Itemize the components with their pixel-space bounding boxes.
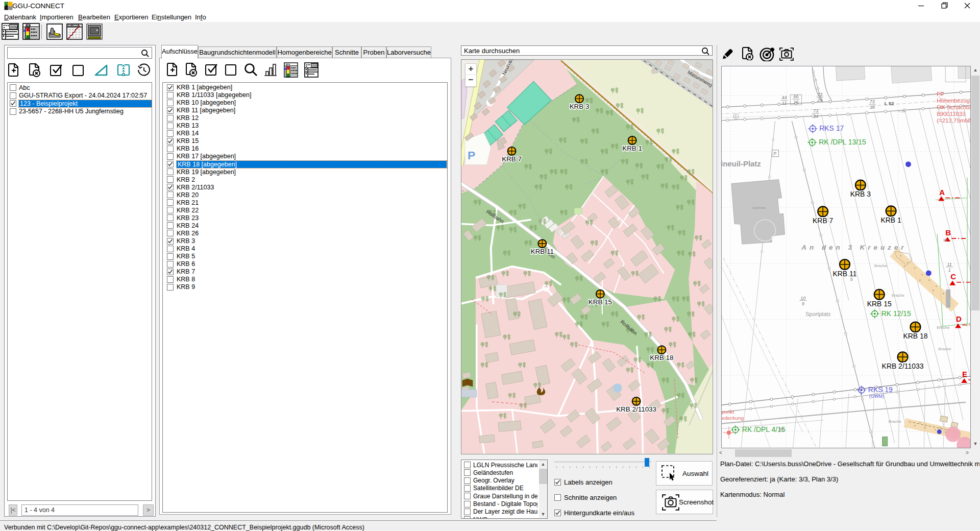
- svg-text:73: 73: [870, 99, 875, 104]
- svg-text:1: 1: [948, 268, 951, 273]
- svg-text:OK Schachtab: OK Schachtab: [937, 104, 971, 110]
- svg-text:(GWM): (GWM): [869, 394, 884, 399]
- svg-text:44: 44: [782, 95, 787, 100]
- svg-text:73: 73: [817, 92, 822, 97]
- svg-text:A: A: [734, 115, 737, 118]
- svg-text:punkt: punkt: [722, 409, 734, 415]
- svg-text:B: B: [945, 228, 951, 237]
- svg-text:KRB 1: KRB 1: [880, 216, 901, 224]
- svg-text:11: 11: [782, 101, 787, 106]
- svg-text:38: 38: [870, 105, 875, 110]
- svg-text:66: 66: [793, 94, 798, 99]
- svg-text:KRB 15: KRB 15: [589, 298, 612, 306]
- svg-text:KRB 15: KRB 15: [867, 300, 892, 308]
- svg-text:KRB 7: KRB 7: [502, 155, 522, 163]
- svg-text:C: C: [950, 272, 956, 281]
- svg-text:RK /DPL 13/15: RK /DPL 13/15: [819, 138, 866, 146]
- svg-text:D: D: [956, 315, 962, 323]
- svg-text:890011033: 890011033: [937, 111, 965, 117]
- svg-text:edeckung: edeckung: [722, 415, 744, 421]
- svg-text:Brache: Brache: [937, 325, 950, 330]
- svg-text:A: A: [939, 188, 945, 197]
- svg-text:P: P: [774, 151, 777, 156]
- svg-text:29: 29: [817, 98, 822, 103]
- svg-text:KRB 11: KRB 11: [833, 270, 857, 278]
- svg-text:16: 16: [793, 100, 798, 105]
- svg-text:Höhenbezugsp: Höhenbezugsp: [937, 98, 971, 104]
- svg-text:9: 9: [802, 301, 804, 306]
- svg-text:An den 3 Kreuzer: An den 3 Kreuzer: [801, 244, 906, 251]
- svg-text:Stadthalle: Stadthalle: [752, 206, 766, 209]
- svg-text:73: 73: [813, 108, 818, 113]
- svg-text:E: E: [962, 370, 967, 378]
- svg-text:KRB 18: KRB 18: [903, 332, 927, 340]
- svg-text:KRB 7: KRB 7: [813, 216, 834, 225]
- svg-text:Sportplatz: Sportplatz: [805, 311, 830, 317]
- svg-text:KRB 3: KRB 3: [850, 190, 871, 198]
- svg-text:KRB 3: KRB 3: [570, 103, 590, 110]
- svg-text:KRB 1: KRB 1: [622, 144, 642, 152]
- svg-text:Brache: Brache: [874, 263, 888, 268]
- svg-text:34: 34: [813, 114, 818, 119]
- svg-text:KRB 18: KRB 18: [650, 354, 673, 361]
- svg-text:KRB 2/11033: KRB 2/11033: [882, 362, 924, 370]
- svg-text:Brache: Brache: [938, 347, 951, 351]
- svg-text:Brache: Brache: [892, 293, 905, 298]
- svg-text:GGU: GGU: [11, 25, 18, 29]
- svg-text:L 52: L 52: [885, 101, 894, 106]
- svg-text:FP: FP: [937, 91, 944, 97]
- svg-text:RKS 17: RKS 17: [819, 124, 844, 132]
- svg-text:ineuil-Platz: ineuil-Platz: [721, 159, 761, 168]
- svg-text:GGU: GGU: [312, 64, 319, 67]
- svg-text:Br: Br: [943, 238, 947, 243]
- svg-text:RKS 19: RKS 19: [868, 385, 893, 394]
- svg-text:KRB 2/11033: KRB 2/11033: [616, 405, 656, 413]
- svg-text:98: 98: [779, 427, 784, 432]
- svg-text:RK 12/15: RK 12/15: [881, 309, 911, 318]
- svg-text:Brache: Brache: [889, 419, 902, 424]
- svg-text:10: 10: [800, 296, 805, 301]
- svg-text:11: 11: [947, 262, 952, 267]
- svg-text:P: P: [468, 149, 475, 162]
- svg-text:KRB 11: KRB 11: [531, 248, 554, 255]
- svg-text:L 52: L 52: [899, 109, 905, 113]
